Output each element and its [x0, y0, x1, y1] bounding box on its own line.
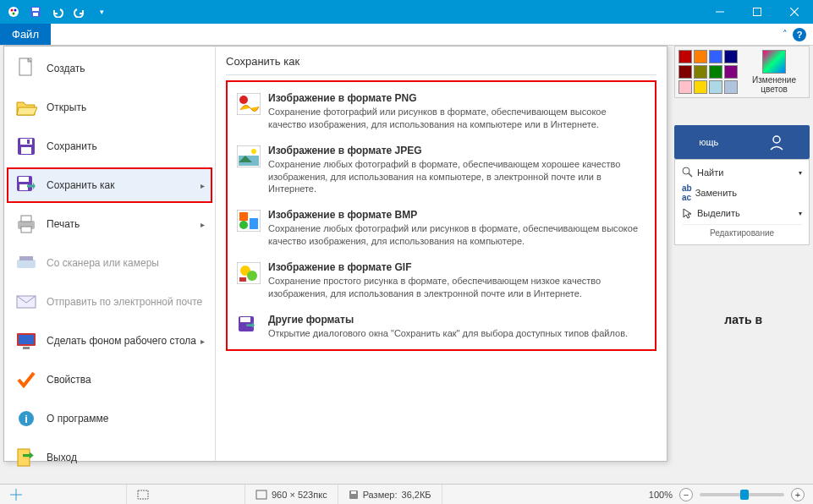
svg-rect-26 [19, 335, 34, 344]
svg-rect-52 [256, 490, 266, 499]
format-jpeg[interactable]: Изображение в формате JPEG Сохранение лю… [231, 138, 651, 203]
format-png[interactable]: Изображение в формате PNG Сохранение фот… [231, 85, 651, 138]
menu-item-email[interactable]: Отправить по электронной почте [8, 285, 211, 319]
file-menu-list: Создать Открыть Сохранить Сохранить как … [4, 47, 216, 461]
svg-point-0 [8, 7, 19, 17]
select-button[interactable]: Выделить ▾ [682, 207, 802, 219]
menu-item-label: Отправить по электронной почте [47, 296, 202, 308]
color-palette[interactable] [678, 50, 738, 94]
zoom-thumb[interactable] [740, 490, 749, 500]
svg-rect-38 [250, 218, 258, 229]
svg-point-35 [251, 149, 256, 154]
format-bmp[interactable]: Изображение в формате BMP Сохранение люб… [231, 202, 651, 255]
save-as-submenu: Сохранить как Изображение в формате PNG … [216, 47, 667, 461]
format-list: Изображение в формате PNG Сохранение фот… [226, 80, 656, 351]
qat-dropdown-icon[interactable]: ▾ [93, 3, 110, 20]
save-icon[interactable] [27, 3, 44, 20]
svg-rect-37 [239, 212, 248, 221]
save-as-icon [14, 173, 38, 197]
format-gif[interactable]: Изображение в формате GIF Сохранение про… [231, 255, 651, 307]
zoom-slider[interactable] [700, 493, 784, 496]
svg-rect-30 [18, 449, 30, 466]
cursor-icon [682, 207, 694, 219]
svg-rect-8 [754, 8, 761, 16]
svg-point-42 [247, 271, 257, 281]
undo-icon[interactable] [49, 3, 66, 20]
menu-item-open[interactable]: Открыть [8, 90, 211, 124]
format-title: Изображение в формате GIF [268, 261, 646, 273]
help-icon[interactable]: ? [793, 28, 806, 41]
printer-icon [14, 212, 38, 236]
zoom-in-button[interactable]: + [791, 488, 805, 501]
menu-item-label: Сохранить [47, 140, 97, 152]
file-tab[interactable]: Файл [0, 24, 51, 45]
replace-icon: abac [682, 184, 692, 202]
svg-rect-18 [19, 184, 28, 190]
menu-item-label: Свойства [47, 374, 91, 386]
ribbon-collapse-icon[interactable]: ˄ [783, 29, 788, 40]
maximize-button[interactable] [739, 0, 776, 24]
svg-rect-43 [239, 277, 246, 282]
gif-icon [236, 261, 261, 285]
svg-rect-22 [17, 260, 36, 268]
redo-icon[interactable] [71, 3, 88, 20]
menu-item-save[interactable]: Сохранить [8, 129, 211, 163]
menu-item-desktop-bg[interactable]: Сделать фоном рабочего стола ▸ [8, 324, 211, 358]
format-desc: Сохранение фотографий или рисунков в фор… [268, 106, 646, 131]
minimize-button[interactable] [701, 0, 739, 24]
exit-icon [14, 446, 38, 469]
png-icon [236, 92, 261, 116]
svg-rect-51 [138, 490, 148, 499]
menu-item-properties[interactable]: Свойства [8, 363, 211, 397]
close-button[interactable] [776, 0, 813, 24]
menu-item-label: Со сканера или камеры [47, 257, 159, 269]
menu-item-exit[interactable]: Выход [8, 441, 211, 474]
menu-item-print[interactable]: Печать ▸ [8, 207, 211, 241]
menu-item-about[interactable]: i О программе [8, 402, 211, 436]
replace-button[interactable]: abac Заменить [682, 184, 802, 202]
format-desc: Сохранение простого рисунка в формате, о… [268, 275, 646, 300]
svg-point-32 [239, 96, 248, 104]
save-floppy-icon [14, 134, 38, 158]
svg-rect-27 [23, 347, 30, 349]
svg-point-39 [239, 221, 248, 229]
status-dimensions: 960 × 523пкс [245, 485, 338, 504]
svg-rect-5 [32, 8, 39, 11]
submenu-header: Сохранить как [226, 55, 656, 75]
info-icon: i [14, 407, 38, 430]
format-other[interactable]: Другие форматы Открытие диалогового окна… [231, 307, 651, 347]
format-desc: Открытие диалогового окна "Сохранить как… [268, 327, 646, 340]
status-zoom: 100% − + [640, 488, 813, 501]
titlebar: ▾ [0, 0, 813, 24]
quick-access-toolbar: ▾ [0, 3, 110, 20]
format-desc: Сохранение любых фотографий или рисунков… [268, 222, 646, 248]
disk-icon [349, 490, 359, 500]
menu-item-label: Печать [47, 218, 80, 230]
svg-rect-17 [19, 177, 29, 182]
status-filesize: Размер: 36,2КБ [338, 485, 442, 504]
desktop-icon [14, 329, 38, 353]
menu-item-scanner[interactable]: Со сканера или камеры [8, 246, 211, 280]
file-menu-panel: Создать Открыть Сохранить Сохранить как … [3, 46, 667, 462]
menu-item-new[interactable]: Создать [8, 52, 211, 85]
svg-point-46 [773, 136, 780, 143]
right-background-pane: Изменение цветов ющь Найти ▾ abac Замени… [674, 46, 810, 245]
svg-point-2 [14, 9, 17, 12]
size-value: 36,2КБ [402, 490, 431, 500]
edit-colors-button[interactable]: Изменение цветов [743, 50, 805, 94]
canvas-text-fragment: лать в [724, 313, 762, 326]
window-controls [701, 0, 813, 24]
chevron-right-icon: ▸ [201, 337, 205, 346]
svg-rect-54 [351, 491, 356, 494]
svg-point-47 [683, 167, 689, 174]
format-desc: Сохранение любых фотографий в формате, о… [268, 158, 646, 196]
menu-item-save-as[interactable]: Сохранить как ▸ [8, 168, 211, 202]
dimensions-icon [255, 490, 267, 500]
dropdown-icon: ▾ [799, 210, 802, 217]
find-button[interactable]: Найти ▾ [682, 167, 802, 178]
svg-rect-13 [20, 139, 32, 145]
envelope-icon [14, 290, 38, 314]
zoom-out-button[interactable]: − [679, 488, 693, 501]
editing-group-label: Редактирование [682, 224, 802, 238]
svg-text:i: i [25, 413, 28, 425]
